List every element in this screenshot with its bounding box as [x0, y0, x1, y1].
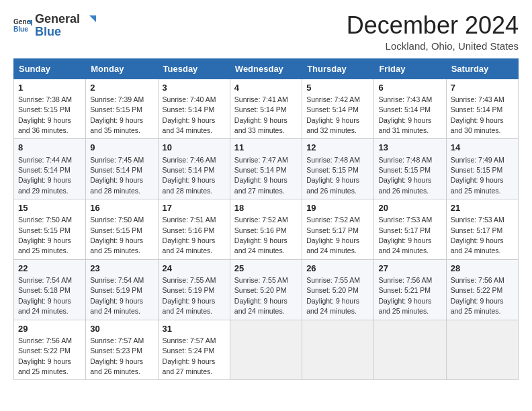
- table-row: 14 Sunrise: 7:49 AMSunset: 5:15 PMDaylig…: [446, 139, 518, 199]
- day-info: Sunrise: 7:46 AMSunset: 5:14 PMDaylight:…: [163, 156, 216, 195]
- table-row: 12 Sunrise: 7:48 AMSunset: 5:15 PMDaylig…: [302, 139, 374, 199]
- day-info: Sunrise: 7:57 AMSunset: 5:24 PMDaylight:…: [163, 336, 216, 375]
- day-number: 9: [90, 142, 153, 154]
- title-area: December 2024 Lockland, Ohio, United Sta…: [347, 12, 519, 52]
- day-number: 5: [306, 82, 369, 94]
- day-number: 12: [306, 142, 369, 154]
- table-row: 20 Sunrise: 7:53 AMSunset: 5:17 PMDaylig…: [374, 199, 446, 260]
- day-info: Sunrise: 7:45 AMSunset: 5:14 PMDaylight:…: [90, 156, 144, 195]
- table-row: 30 Sunrise: 7:57 AMSunset: 5:23 PMDaylig…: [86, 320, 158, 380]
- table-row: [374, 320, 446, 380]
- day-info: Sunrise: 7:50 AMSunset: 5:15 PMDaylight:…: [18, 216, 72, 255]
- logo-icon: General Blue: [13, 16, 32, 35]
- day-info: Sunrise: 7:52 AMSunset: 5:16 PMDaylight:…: [234, 216, 288, 255]
- col-sunday: Sunday: [14, 58, 86, 79]
- table-row: 13 Sunrise: 7:48 AMSunset: 5:15 PMDaylig…: [374, 139, 446, 199]
- table-row: 19 Sunrise: 7:52 AMSunset: 5:17 PMDaylig…: [302, 199, 374, 260]
- day-info: Sunrise: 7:55 AMSunset: 5:19 PMDaylight:…: [163, 276, 216, 315]
- table-row: 29 Sunrise: 7:56 AMSunset: 5:22 PMDaylig…: [14, 320, 86, 380]
- svg-marker-3: [89, 15, 96, 22]
- table-row: 22 Sunrise: 7:54 AMSunset: 5:18 PMDaylig…: [14, 259, 86, 320]
- table-row: 2 Sunrise: 7:39 AMSunset: 5:15 PMDayligh…: [86, 79, 158, 139]
- day-number: 13: [378, 142, 441, 154]
- table-row: 9 Sunrise: 7:45 AMSunset: 5:14 PMDayligh…: [86, 139, 158, 199]
- calendar-header-row: Sunday Monday Tuesday Wednesday Thursday…: [14, 58, 519, 79]
- table-row: [230, 320, 302, 380]
- day-info: Sunrise: 7:54 AMSunset: 5:19 PMDaylight:…: [90, 276, 144, 315]
- day-info: Sunrise: 7:38 AMSunset: 5:15 PMDaylight:…: [18, 95, 72, 134]
- col-wednesday: Wednesday: [230, 58, 302, 79]
- table-row: 21 Sunrise: 7:53 AMSunset: 5:17 PMDaylig…: [446, 199, 518, 260]
- table-row: 6 Sunrise: 7:43 AMSunset: 5:14 PMDayligh…: [374, 79, 446, 139]
- table-row: 27 Sunrise: 7:56 AMSunset: 5:21 PMDaylig…: [374, 259, 446, 320]
- table-row: 10 Sunrise: 7:46 AMSunset: 5:14 PMDaylig…: [158, 139, 230, 199]
- day-number: 6: [378, 82, 441, 94]
- day-number: 11: [234, 142, 298, 154]
- day-info: Sunrise: 7:43 AMSunset: 5:14 PMDaylight:…: [451, 95, 504, 134]
- day-number: 8: [18, 142, 81, 154]
- location-subtitle: Lockland, Ohio, United States: [347, 40, 519, 52]
- logo-bird-icon: [81, 13, 96, 28]
- day-info: Sunrise: 7:51 AMSunset: 5:16 PMDaylight:…: [163, 216, 216, 255]
- col-friday: Friday: [374, 58, 446, 79]
- table-row: 8 Sunrise: 7:44 AMSunset: 5:14 PMDayligh…: [14, 139, 86, 199]
- calendar-table: Sunday Monday Tuesday Wednesday Thursday…: [13, 58, 519, 381]
- table-row: 7 Sunrise: 7:43 AMSunset: 5:14 PMDayligh…: [446, 79, 518, 139]
- col-monday: Monday: [86, 58, 158, 79]
- calendar-week-row: 8 Sunrise: 7:44 AMSunset: 5:14 PMDayligh…: [14, 139, 519, 199]
- day-info: Sunrise: 7:42 AMSunset: 5:14 PMDaylight:…: [306, 95, 360, 134]
- day-info: Sunrise: 7:40 AMSunset: 5:14 PMDaylight:…: [163, 95, 216, 134]
- day-number: 23: [90, 263, 153, 275]
- table-row: 26 Sunrise: 7:55 AMSunset: 5:20 PMDaylig…: [302, 259, 374, 320]
- table-row: [302, 320, 374, 380]
- day-info: Sunrise: 7:49 AMSunset: 5:15 PMDaylight:…: [451, 156, 504, 195]
- day-number: 14: [451, 142, 514, 154]
- table-row: 17 Sunrise: 7:51 AMSunset: 5:16 PMDaylig…: [158, 199, 230, 260]
- day-number: 22: [18, 263, 81, 275]
- day-number: 21: [451, 202, 514, 214]
- table-row: 1 Sunrise: 7:38 AMSunset: 5:15 PMDayligh…: [14, 79, 86, 139]
- day-info: Sunrise: 7:53 AMSunset: 5:17 PMDaylight:…: [378, 216, 432, 255]
- svg-text:Blue: Blue: [13, 26, 28, 33]
- day-info: Sunrise: 7:39 AMSunset: 5:15 PMDaylight:…: [90, 95, 144, 134]
- table-row: 5 Sunrise: 7:42 AMSunset: 5:14 PMDayligh…: [302, 79, 374, 139]
- day-info: Sunrise: 7:48 AMSunset: 5:15 PMDaylight:…: [306, 156, 360, 195]
- day-number: 2: [90, 82, 153, 94]
- day-info: Sunrise: 7:44 AMSunset: 5:14 PMDaylight:…: [18, 156, 72, 195]
- day-info: Sunrise: 7:50 AMSunset: 5:15 PMDaylight:…: [90, 216, 144, 255]
- logo: General Blue General Blue: [13, 12, 96, 39]
- day-info: Sunrise: 7:54 AMSunset: 5:18 PMDaylight:…: [18, 276, 72, 315]
- day-info: Sunrise: 7:53 AMSunset: 5:17 PMDaylight:…: [451, 216, 504, 255]
- calendar-week-row: 22 Sunrise: 7:54 AMSunset: 5:18 PMDaylig…: [14, 259, 519, 320]
- day-number: 15: [18, 202, 81, 214]
- day-number: 16: [90, 202, 153, 214]
- day-number: 19: [306, 202, 369, 214]
- table-row: 18 Sunrise: 7:52 AMSunset: 5:16 PMDaylig…: [230, 199, 302, 260]
- day-number: 4: [234, 82, 298, 94]
- calendar-week-row: 15 Sunrise: 7:50 AMSunset: 5:15 PMDaylig…: [14, 199, 519, 260]
- day-info: Sunrise: 7:56 AMSunset: 5:22 PMDaylight:…: [18, 336, 72, 375]
- day-info: Sunrise: 7:41 AMSunset: 5:14 PMDaylight:…: [234, 95, 288, 134]
- day-number: 27: [378, 263, 441, 275]
- day-number: 31: [163, 323, 226, 335]
- day-info: Sunrise: 7:56 AMSunset: 5:21 PMDaylight:…: [378, 276, 432, 315]
- day-number: 28: [451, 263, 514, 275]
- table-row: 11 Sunrise: 7:47 AMSunset: 5:14 PMDaylig…: [230, 139, 302, 199]
- day-number: 17: [163, 202, 226, 214]
- col-thursday: Thursday: [302, 58, 374, 79]
- day-info: Sunrise: 7:47 AMSunset: 5:14 PMDaylight:…: [234, 156, 288, 195]
- day-number: 29: [18, 323, 81, 335]
- page-header: General Blue General Blue December 2024 …: [13, 12, 519, 52]
- day-info: Sunrise: 7:55 AMSunset: 5:20 PMDaylight:…: [306, 276, 360, 315]
- col-tuesday: Tuesday: [158, 58, 230, 79]
- day-number: 1: [18, 82, 81, 94]
- calendar-week-row: 1 Sunrise: 7:38 AMSunset: 5:15 PMDayligh…: [14, 79, 519, 139]
- day-number: 20: [378, 202, 441, 214]
- table-row: 23 Sunrise: 7:54 AMSunset: 5:19 PMDaylig…: [86, 259, 158, 320]
- day-number: 3: [163, 82, 226, 94]
- day-info: Sunrise: 7:55 AMSunset: 5:20 PMDaylight:…: [234, 276, 288, 315]
- table-row: 16 Sunrise: 7:50 AMSunset: 5:15 PMDaylig…: [86, 199, 158, 260]
- day-number: 25: [234, 263, 298, 275]
- table-row: 3 Sunrise: 7:40 AMSunset: 5:14 PMDayligh…: [158, 79, 230, 139]
- day-info: Sunrise: 7:56 AMSunset: 5:22 PMDaylight:…: [451, 276, 504, 315]
